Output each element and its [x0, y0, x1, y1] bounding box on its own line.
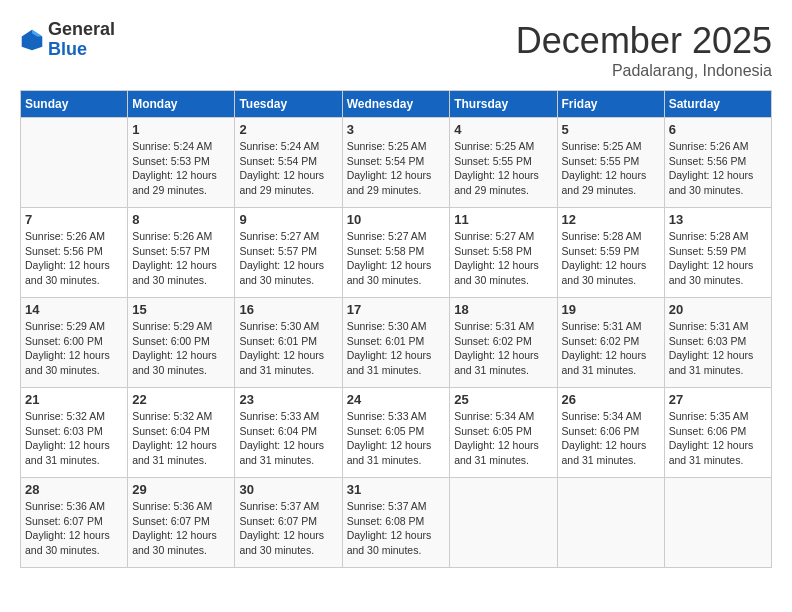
calendar-cell — [450, 478, 557, 568]
day-number: 25 — [454, 392, 552, 407]
calendar-cell: 22Sunrise: 5:32 AMSunset: 6:04 PMDayligh… — [128, 388, 235, 478]
logo-blue: Blue — [48, 40, 115, 60]
day-number: 26 — [562, 392, 660, 407]
day-number: 9 — [239, 212, 337, 227]
day-number: 15 — [132, 302, 230, 317]
day-number: 24 — [347, 392, 446, 407]
day-info: Sunrise: 5:34 AMSunset: 6:05 PMDaylight:… — [454, 409, 552, 468]
day-info: Sunrise: 5:25 AMSunset: 5:55 PMDaylight:… — [454, 139, 552, 198]
calendar-cell: 26Sunrise: 5:34 AMSunset: 6:06 PMDayligh… — [557, 388, 664, 478]
day-number: 21 — [25, 392, 123, 407]
calendar-cell: 15Sunrise: 5:29 AMSunset: 6:00 PMDayligh… — [128, 298, 235, 388]
day-info: Sunrise: 5:36 AMSunset: 6:07 PMDaylight:… — [132, 499, 230, 558]
weekday-header: Wednesday — [342, 91, 450, 118]
calendar-cell: 3Sunrise: 5:25 AMSunset: 5:54 PMDaylight… — [342, 118, 450, 208]
day-number: 8 — [132, 212, 230, 227]
day-number: 31 — [347, 482, 446, 497]
day-number: 19 — [562, 302, 660, 317]
logo-icon — [20, 28, 44, 52]
day-number: 5 — [562, 122, 660, 137]
calendar-header: SundayMondayTuesdayWednesdayThursdayFrid… — [21, 91, 772, 118]
day-number: 14 — [25, 302, 123, 317]
calendar-cell: 8Sunrise: 5:26 AMSunset: 5:57 PMDaylight… — [128, 208, 235, 298]
title-block: December 2025 Padalarang, Indonesia — [516, 20, 772, 80]
day-info: Sunrise: 5:26 AMSunset: 5:56 PMDaylight:… — [669, 139, 767, 198]
day-info: Sunrise: 5:33 AMSunset: 6:05 PMDaylight:… — [347, 409, 446, 468]
weekday-header: Tuesday — [235, 91, 342, 118]
day-info: Sunrise: 5:32 AMSunset: 6:03 PMDaylight:… — [25, 409, 123, 468]
calendar-cell: 13Sunrise: 5:28 AMSunset: 5:59 PMDayligh… — [664, 208, 771, 298]
day-number: 30 — [239, 482, 337, 497]
day-info: Sunrise: 5:26 AMSunset: 5:56 PMDaylight:… — [25, 229, 123, 288]
calendar-cell — [21, 118, 128, 208]
day-number: 10 — [347, 212, 446, 227]
day-info: Sunrise: 5:31 AMSunset: 6:02 PMDaylight:… — [562, 319, 660, 378]
day-number: 28 — [25, 482, 123, 497]
weekday-header: Sunday — [21, 91, 128, 118]
calendar-cell: 23Sunrise: 5:33 AMSunset: 6:04 PMDayligh… — [235, 388, 342, 478]
month-title: December 2025 — [516, 20, 772, 62]
day-number: 12 — [562, 212, 660, 227]
day-info: Sunrise: 5:29 AMSunset: 6:00 PMDaylight:… — [25, 319, 123, 378]
day-info: Sunrise: 5:30 AMSunset: 6:01 PMDaylight:… — [239, 319, 337, 378]
day-info: Sunrise: 5:31 AMSunset: 6:02 PMDaylight:… — [454, 319, 552, 378]
calendar-cell: 18Sunrise: 5:31 AMSunset: 6:02 PMDayligh… — [450, 298, 557, 388]
calendar-cell: 30Sunrise: 5:37 AMSunset: 6:07 PMDayligh… — [235, 478, 342, 568]
day-number: 22 — [132, 392, 230, 407]
calendar-cell: 29Sunrise: 5:36 AMSunset: 6:07 PMDayligh… — [128, 478, 235, 568]
calendar-cell — [557, 478, 664, 568]
day-info: Sunrise: 5:27 AMSunset: 5:58 PMDaylight:… — [454, 229, 552, 288]
calendar-cell: 27Sunrise: 5:35 AMSunset: 6:06 PMDayligh… — [664, 388, 771, 478]
calendar-cell: 6Sunrise: 5:26 AMSunset: 5:56 PMDaylight… — [664, 118, 771, 208]
day-info: Sunrise: 5:24 AMSunset: 5:54 PMDaylight:… — [239, 139, 337, 198]
calendar-cell: 14Sunrise: 5:29 AMSunset: 6:00 PMDayligh… — [21, 298, 128, 388]
calendar-cell: 5Sunrise: 5:25 AMSunset: 5:55 PMDaylight… — [557, 118, 664, 208]
day-number: 29 — [132, 482, 230, 497]
calendar-body: 1Sunrise: 5:24 AMSunset: 5:53 PMDaylight… — [21, 118, 772, 568]
day-number: 2 — [239, 122, 337, 137]
calendar-cell: 4Sunrise: 5:25 AMSunset: 5:55 PMDaylight… — [450, 118, 557, 208]
day-info: Sunrise: 5:33 AMSunset: 6:04 PMDaylight:… — [239, 409, 337, 468]
calendar-week-row: 1Sunrise: 5:24 AMSunset: 5:53 PMDaylight… — [21, 118, 772, 208]
weekday-header: Monday — [128, 91, 235, 118]
calendar-cell: 31Sunrise: 5:37 AMSunset: 6:08 PMDayligh… — [342, 478, 450, 568]
calendar-cell: 16Sunrise: 5:30 AMSunset: 6:01 PMDayligh… — [235, 298, 342, 388]
logo-general: General — [48, 20, 115, 40]
weekday-header: Thursday — [450, 91, 557, 118]
calendar-cell: 9Sunrise: 5:27 AMSunset: 5:57 PMDaylight… — [235, 208, 342, 298]
calendar-cell: 2Sunrise: 5:24 AMSunset: 5:54 PMDaylight… — [235, 118, 342, 208]
day-number: 3 — [347, 122, 446, 137]
day-info: Sunrise: 5:27 AMSunset: 5:58 PMDaylight:… — [347, 229, 446, 288]
calendar-cell: 21Sunrise: 5:32 AMSunset: 6:03 PMDayligh… — [21, 388, 128, 478]
day-number: 20 — [669, 302, 767, 317]
calendar-table: SundayMondayTuesdayWednesdayThursdayFrid… — [20, 90, 772, 568]
page-header: General Blue December 2025 Padalarang, I… — [20, 20, 772, 80]
calendar-cell: 28Sunrise: 5:36 AMSunset: 6:07 PMDayligh… — [21, 478, 128, 568]
day-info: Sunrise: 5:28 AMSunset: 5:59 PMDaylight:… — [562, 229, 660, 288]
day-info: Sunrise: 5:36 AMSunset: 6:07 PMDaylight:… — [25, 499, 123, 558]
day-number: 11 — [454, 212, 552, 227]
calendar-cell: 12Sunrise: 5:28 AMSunset: 5:59 PMDayligh… — [557, 208, 664, 298]
calendar-cell: 24Sunrise: 5:33 AMSunset: 6:05 PMDayligh… — [342, 388, 450, 478]
day-number: 16 — [239, 302, 337, 317]
calendar-week-row: 28Sunrise: 5:36 AMSunset: 6:07 PMDayligh… — [21, 478, 772, 568]
day-number: 1 — [132, 122, 230, 137]
day-info: Sunrise: 5:25 AMSunset: 5:55 PMDaylight:… — [562, 139, 660, 198]
day-info: Sunrise: 5:24 AMSunset: 5:53 PMDaylight:… — [132, 139, 230, 198]
calendar-cell: 20Sunrise: 5:31 AMSunset: 6:03 PMDayligh… — [664, 298, 771, 388]
day-number: 18 — [454, 302, 552, 317]
day-info: Sunrise: 5:35 AMSunset: 6:06 PMDaylight:… — [669, 409, 767, 468]
calendar-week-row: 14Sunrise: 5:29 AMSunset: 6:00 PMDayligh… — [21, 298, 772, 388]
calendar-cell: 25Sunrise: 5:34 AMSunset: 6:05 PMDayligh… — [450, 388, 557, 478]
day-info: Sunrise: 5:30 AMSunset: 6:01 PMDaylight:… — [347, 319, 446, 378]
calendar-cell: 19Sunrise: 5:31 AMSunset: 6:02 PMDayligh… — [557, 298, 664, 388]
weekday-header: Saturday — [664, 91, 771, 118]
location: Padalarang, Indonesia — [516, 62, 772, 80]
day-number: 17 — [347, 302, 446, 317]
day-info: Sunrise: 5:29 AMSunset: 6:00 PMDaylight:… — [132, 319, 230, 378]
day-info: Sunrise: 5:37 AMSunset: 6:07 PMDaylight:… — [239, 499, 337, 558]
day-info: Sunrise: 5:27 AMSunset: 5:57 PMDaylight:… — [239, 229, 337, 288]
day-number: 23 — [239, 392, 337, 407]
calendar-week-row: 7Sunrise: 5:26 AMSunset: 5:56 PMDaylight… — [21, 208, 772, 298]
day-info: Sunrise: 5:25 AMSunset: 5:54 PMDaylight:… — [347, 139, 446, 198]
